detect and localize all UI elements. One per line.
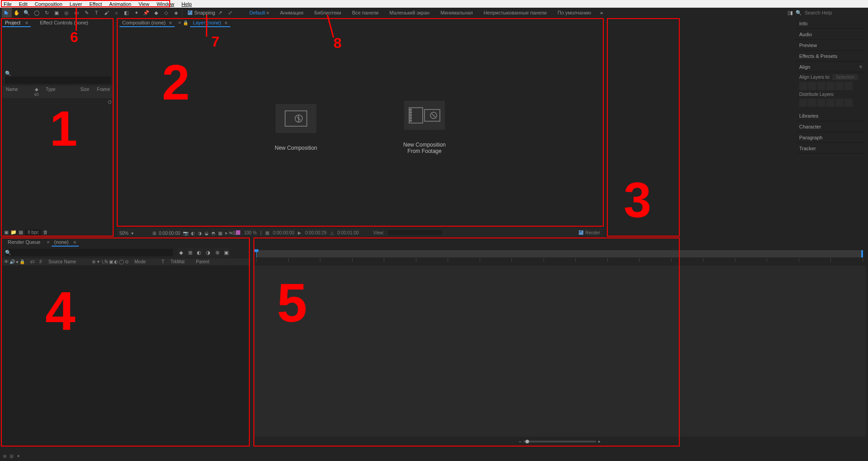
slider-knob[interactable] (525, 440, 529, 443)
pen-tool-icon[interactable]: ✎ (81, 8, 91, 18)
folder-icon[interactable]: 📁 (10, 229, 17, 235)
tl-action-icon[interactable]: ⊚ (213, 248, 221, 257)
grid-icon[interactable]: ⊞ (153, 231, 156, 236)
workspace-item[interactable]: Минимальная (435, 8, 478, 17)
tool-icon-a[interactable]: ◆ (151, 8, 161, 18)
eye-icon[interactable]: 👁 (4, 259, 9, 264)
dist-icon[interactable] (844, 99, 853, 107)
workspace-item[interactable]: Непристыкованные панели (478, 8, 552, 17)
tl-action-icon[interactable]: ◐ (195, 248, 203, 257)
eraser-tool-icon[interactable]: ◧ (121, 8, 131, 18)
tl-action-icon[interactable]: ▣ (222, 248, 230, 257)
tl-action-icon[interactable]: ◆ (177, 248, 185, 257)
align-right-icon[interactable] (817, 82, 825, 90)
status-icon[interactable]: ⊞ (10, 453, 14, 459)
dist-icon[interactable] (826, 99, 835, 107)
dist-icon[interactable] (835, 99, 844, 107)
align-top-icon[interactable] (826, 82, 835, 90)
zoom-tool-icon[interactable]: 🔍 (22, 8, 32, 18)
zoom-out-icon[interactable]: − (519, 439, 521, 444)
align-to-dropdown[interactable]: Selection (832, 74, 858, 80)
mag-pct[interactable]: 50% (119, 231, 129, 236)
hamburger-icon[interactable]: ≡ (225, 20, 228, 25)
workspace-item[interactable]: Анимация (275, 8, 309, 17)
workspace-item[interactable]: Библиотеки (309, 8, 347, 17)
col-type[interactable]: Type (43, 86, 66, 97)
dropdown-icon[interactable]: ▾ (225, 231, 227, 236)
zoom-slider[interactable] (524, 441, 596, 442)
timeline-layer-area[interactable] (2, 266, 250, 447)
workspace-more-button[interactable]: » (596, 8, 606, 17)
camera-tool-icon[interactable]: ▣ (52, 8, 62, 18)
workspace-default[interactable]: Default ≡ (244, 8, 275, 17)
col-size[interactable]: Size (66, 86, 92, 97)
col-tag-icon[interactable]: 🏷 (30, 259, 37, 264)
col-source-name[interactable]: Source Name (48, 259, 89, 264)
hamburger-icon[interactable]: ≡ (73, 240, 76, 245)
col-tag-icon[interactable]: ◆ 🏷 (30, 86, 43, 97)
selection-tool-icon[interactable] (2, 8, 12, 18)
timeline-tracks[interactable] (253, 266, 866, 437)
col-index[interactable]: # (39, 259, 46, 264)
col-mode[interactable]: Mode (134, 259, 159, 264)
channel-icon4[interactable]: ◓ (211, 231, 215, 236)
tab-layer[interactable]: Layer (none)≡ (190, 19, 230, 27)
close-icon[interactable]: × (47, 239, 49, 245)
interpret-icon[interactable]: ▣ (4, 229, 9, 235)
panel-info[interactable]: Info (796, 18, 866, 29)
res-dropdown-icon[interactable]: ▾ (131, 231, 134, 236)
menu-window[interactable]: Window (153, 1, 178, 7)
puppet-tool-icon[interactable]: 📌 (141, 8, 151, 18)
new-composition-button[interactable]: New Composition (246, 104, 346, 151)
status-icon[interactable]: ⊕ (3, 453, 7, 459)
tool-icon-c[interactable]: ◈ (171, 8, 181, 18)
brush-tool-icon[interactable]: 🖌 (101, 8, 111, 18)
col-name[interactable]: Name (3, 86, 30, 97)
col-trkmat[interactable]: TrkMat (171, 259, 193, 264)
switches-icons[interactable]: ⊕✦∖fx▣◐◯⊙ (92, 259, 132, 264)
project-column-headers[interactable]: Name ◆ 🏷 Type Size Frame (2, 86, 114, 98)
align-bottom-icon[interactable] (844, 82, 853, 90)
pan-behind-tool-icon[interactable]: ◎ (62, 8, 72, 18)
tl-action-icon[interactable]: ⊞ (186, 248, 194, 257)
rotate-tool-icon[interactable]: ↻ (42, 8, 52, 18)
channel-icon5[interactable]: ▦ (218, 231, 222, 236)
snapshot-icon[interactable]: 📷 (183, 231, 188, 236)
color-depth-toggle[interactable]: 8 bpc (25, 229, 41, 235)
speaker-icon[interactable]: 🔊 (10, 259, 15, 264)
panel-libraries[interactable]: Libraries (796, 110, 866, 121)
workspace-item[interactable]: Маленький экран (384, 8, 435, 17)
lock-icon[interactable]: 🔒 (19, 259, 25, 264)
snap-opt-icon-a[interactable]: ↗ (215, 8, 225, 18)
panel-preview[interactable]: Preview (796, 40, 866, 51)
dist-icon[interactable] (808, 99, 816, 107)
panel-paragraph[interactable]: Paragraph (796, 132, 866, 143)
work-area-end[interactable] (861, 250, 863, 257)
new-comp-from-footage-button[interactable]: New Composition From Footage (375, 101, 474, 154)
text-tool-icon[interactable]: T (91, 8, 101, 18)
comp-icon[interactable]: ▦ (19, 229, 23, 235)
panel-character[interactable]: Character (796, 121, 866, 132)
rect-tool-icon[interactable]: ▭ (72, 8, 81, 18)
menu-file[interactable]: File (0, 1, 15, 7)
search-help-input[interactable] (805, 10, 863, 15)
tab-timeline-none[interactable]: (none) ≡ (52, 238, 79, 246)
menu-help[interactable]: Help (178, 1, 196, 7)
menu-effect[interactable]: Effect (86, 1, 105, 7)
trash-icon[interactable]: 🗑 (43, 229, 48, 235)
tl-action-icon[interactable]: ◑ (204, 248, 212, 257)
tab-effect-controls[interactable]: Effect Controls (none) (37, 19, 91, 27)
workspace-item[interactable]: По умолчанию (552, 8, 596, 17)
tab-composition[interactable]: Composition (none)≡ (119, 19, 175, 27)
channel-icon[interactable]: ◐ (191, 231, 195, 236)
hamburger-icon[interactable]: ≡ (25, 20, 28, 25)
menu-animation[interactable]: Animation (105, 1, 135, 7)
hamburger-icon[interactable]: ≡ (169, 20, 172, 25)
flow-view-icon[interactable]: ⌬ (108, 100, 112, 105)
menu-composition[interactable]: Composition (31, 1, 66, 7)
col-parent[interactable]: Parent (196, 259, 223, 264)
dist-icon[interactable] (799, 99, 807, 107)
dist-icon[interactable] (817, 99, 825, 107)
time-ruler[interactable] (256, 250, 863, 257)
tab-project[interactable]: Project ≡ (2, 19, 31, 27)
